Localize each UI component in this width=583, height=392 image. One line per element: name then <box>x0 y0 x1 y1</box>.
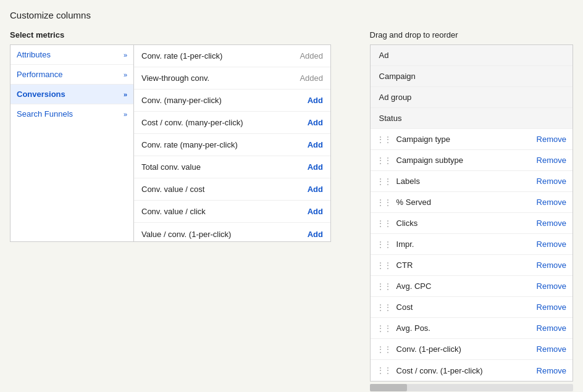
draggable-row-cost[interactable]: ⋮⋮ Cost Remove <box>371 297 573 318</box>
row-label: % Served <box>396 198 537 207</box>
chevron-icon: » <box>124 91 127 98</box>
draggable-row-labels[interactable]: ⋮⋮ Labels Remove <box>371 171 573 192</box>
metric-name: Cost / conv. (many-per-click) <box>141 118 301 127</box>
metric-row-cost-conv-many-per-click: Cost / conv. (many-per-click) Add <box>134 112 330 134</box>
fixed-row-status: Status <box>371 108 573 129</box>
remove-button-avg-cpc[interactable]: Remove <box>537 281 566 291</box>
metric-name: Conv. value / click <box>141 207 301 216</box>
select-metrics-label: Select metrics <box>10 30 345 40</box>
draggable-row-pct-served[interactable]: ⋮⋮ % Served Remove <box>371 192 573 213</box>
category-item-search-funnels[interactable]: Search Funnels» <box>10 104 133 123</box>
metric-name: Total conv. value <box>141 162 301 172</box>
draggable-row-campaign-type[interactable]: ⋮⋮ Campaign type Remove <box>371 129 573 150</box>
metrics-layout: Attributes»Performance»Conversions»Searc… <box>10 44 345 242</box>
main-content: Select metrics Attributes»Performance»Co… <box>10 30 573 391</box>
chevron-icon: » <box>124 111 127 118</box>
category-label: Conversions <box>17 90 65 99</box>
metric-name: View-through conv. <box>141 73 293 83</box>
draggable-row-campaign-subtype[interactable]: ⋮⋮ Campaign subtype Remove <box>371 150 573 171</box>
remove-button-clicks[interactable]: Remove <box>537 219 566 228</box>
remove-button-campaign-type[interactable]: Remove <box>537 135 566 144</box>
drag-handle: ⋮⋮ <box>377 261 392 270</box>
remove-button-campaign-subtype[interactable]: Remove <box>537 156 566 165</box>
row-label: Clicks <box>396 219 537 228</box>
category-label: Performance <box>17 70 62 79</box>
metric-action-cost-conv-many-per-click[interactable]: Add <box>308 118 323 127</box>
draggable-row-clicks[interactable]: ⋮⋮ Clicks Remove <box>371 213 573 234</box>
scrollbar-thumb[interactable] <box>370 384 407 391</box>
row-label: Avg. Pos. <box>396 323 537 333</box>
page-container: Customize columns Select metrics Attribu… <box>0 0 583 392</box>
left-panel: Select metrics Attributes»Performance»Co… <box>10 30 345 242</box>
drag-handle: ⋮⋮ <box>377 303 392 312</box>
metric-name: Conv. rate (many-per-click) <box>141 140 301 149</box>
category-item-attributes[interactable]: Attributes» <box>10 45 133 65</box>
metric-name: Conv. rate (1-per-click) <box>141 51 293 60</box>
drag-handle: ⋮⋮ <box>377 240 392 249</box>
metric-row-conv-rate-many-per-click: Conv. rate (many-per-click) Add <box>134 134 330 156</box>
metric-action-value-conv-1pc[interactable]: Add <box>308 230 323 239</box>
metric-name: Conv. (many-per-click) <box>141 96 301 105</box>
remove-button-cost-conv-1pc[interactable]: Remove <box>537 366 566 375</box>
metric-row-conv-many-per-click: Conv. (many-per-click) Add <box>134 90 330 112</box>
metric-name: Conv. value / cost <box>141 185 301 194</box>
page-title: Customize columns <box>10 10 573 20</box>
remove-button-avg-pos[interactable]: Remove <box>537 323 566 333</box>
category-label: Search Funnels <box>17 109 73 119</box>
metric-row-conv-value-click: Conv. value / click Add <box>134 201 330 223</box>
drag-handle: ⋮⋮ <box>377 177 392 186</box>
metric-action-total-conv-value[interactable]: Add <box>308 162 323 172</box>
reorder-list: AdCampaignAd groupStatus ⋮⋮ Campaign typ… <box>370 44 573 382</box>
fixed-row-ad: Ad <box>371 45 573 66</box>
category-label: Attributes <box>17 50 51 59</box>
row-label: Campaign type <box>396 135 537 144</box>
draggable-row-ctr[interactable]: ⋮⋮ CTR Remove <box>371 255 573 276</box>
row-label: Campaign subtype <box>396 156 537 165</box>
metric-row-total-conv-value: Total conv. value Add <box>134 156 330 178</box>
drag-handle: ⋮⋮ <box>377 198 392 207</box>
fixed-row-label: Campaign <box>379 72 566 81</box>
metric-row-value-conv-1pc: Value / conv. (1-per-click) Add <box>134 223 330 242</box>
metric-name: Value / conv. (1-per-click) <box>141 230 301 239</box>
drag-handle: ⋮⋮ <box>377 345 392 354</box>
draggable-row-avg-pos[interactable]: ⋮⋮ Avg. Pos. Remove <box>371 318 573 339</box>
metric-action-conv-rate-1pc: Added <box>300 51 323 60</box>
row-label: CTR <box>396 261 537 270</box>
remove-button-pct-served[interactable]: Remove <box>537 198 566 207</box>
metric-action-conv-rate-many-per-click[interactable]: Add <box>308 140 323 149</box>
row-label: Cost <box>396 302 537 312</box>
fixed-row-label: Ad <box>379 51 566 60</box>
draggable-row-cost-conv-1pc[interactable]: ⋮⋮ Cost / conv. (1-per-click) Remove <box>371 360 573 381</box>
drag-handle: ⋮⋮ <box>377 366 392 375</box>
right-panel: Drag and drop to reorder AdCampaignAd gr… <box>370 30 573 391</box>
drag-handle: ⋮⋮ <box>377 324 392 333</box>
draggable-row-avg-cpc[interactable]: ⋮⋮ Avg. CPC Remove <box>371 276 573 297</box>
metrics-items: Conv. rate (1-per-click) Added View-thro… <box>133 44 331 242</box>
drag-handle: ⋮⋮ <box>377 282 392 291</box>
chevron-icon: » <box>124 51 127 59</box>
metric-row-view-through-conv: View-through conv. Added <box>134 67 330 90</box>
remove-button-cost[interactable]: Remove <box>537 302 566 312</box>
fixed-row-ad-group: Ad group <box>371 87 573 108</box>
category-item-conversions[interactable]: Conversions» <box>10 85 133 104</box>
remove-button-conv-1pc[interactable]: Remove <box>537 344 566 354</box>
chevron-icon: » <box>124 71 127 78</box>
row-label: Avg. CPC <box>396 281 537 291</box>
metric-action-conv-many-per-click[interactable]: Add <box>308 96 323 105</box>
remove-button-impr[interactable]: Remove <box>537 240 566 249</box>
category-item-performance[interactable]: Performance» <box>10 65 133 85</box>
draggable-row-conv-1pc[interactable]: ⋮⋮ Conv. (1-per-click) Remove <box>371 339 573 360</box>
remove-button-labels[interactable]: Remove <box>537 177 566 186</box>
fixed-row-label: Ad group <box>379 93 566 102</box>
metric-action-view-through-conv: Added <box>300 73 323 83</box>
metric-action-conv-value-click[interactable]: Add <box>308 207 323 216</box>
drag-handle: ⋮⋮ <box>377 219 392 228</box>
row-label: Impr. <box>396 240 537 249</box>
scrollbar-area[interactable] <box>370 384 573 391</box>
category-list: Attributes»Performance»Conversions»Searc… <box>10 44 133 242</box>
drag-handle: ⋮⋮ <box>377 156 392 165</box>
draggable-row-impr[interactable]: ⋮⋮ Impr. Remove <box>371 234 573 255</box>
metric-action-conv-value-cost[interactable]: Add <box>308 185 323 194</box>
drag-handle: ⋮⋮ <box>377 135 392 144</box>
remove-button-ctr[interactable]: Remove <box>537 261 566 270</box>
